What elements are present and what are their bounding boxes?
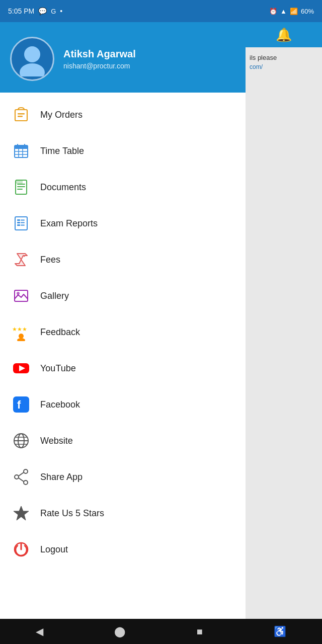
hint-text: ils please com/ (246, 47, 322, 77)
notification-bell-icon[interactable]: 🔔 (276, 27, 292, 43)
signal-icon: ▲ (280, 8, 287, 15)
right-mid-content: ils please com/ (246, 47, 322, 644)
documents-label: Documents (40, 182, 86, 193)
svg-point-40 (24, 469, 28, 473)
logout-label: Logout (40, 544, 68, 555)
svg-text:★★★: ★★★ (12, 326, 27, 332)
menu-item-fees[interactable]: Fees (0, 242, 246, 278)
time-table-label: Time Table (40, 146, 84, 156)
menu-item-facebook[interactable]: f Facebook (0, 386, 246, 423)
menu-item-youtube[interactable]: YouTube (0, 350, 246, 386)
right-panel: 🔔 ils please com/ XITH FREE Pack View 👤 … (246, 22, 322, 644)
svg-rect-17 (16, 180, 23, 184)
svg-point-29 (19, 334, 24, 339)
status-bar: 5:05 PM 💬 G • ⏰ ▲ 📶 60% (0, 0, 322, 22)
menu-item-rate-us[interactable]: Rate Us 5 Stars (0, 495, 246, 531)
menu-item-logout[interactable]: Logout (0, 531, 246, 568)
share-app-icon (12, 468, 30, 486)
time-table-icon (12, 142, 30, 160)
navigation-drawer: Atiksh Agarwal nishant@proctur.com My Or… (0, 22, 246, 644)
facebook-label: Facebook (40, 399, 80, 410)
menu-item-time-table[interactable]: Time Table (0, 133, 246, 169)
wifi-icon: 📶 (290, 8, 298, 15)
back-button[interactable]: ◀ (36, 625, 43, 637)
gallery-icon (12, 287, 30, 305)
svg-line-43 (19, 472, 24, 476)
user-email: nishant@proctur.com (63, 62, 136, 70)
website-label: Website (40, 436, 73, 446)
exam-reports-icon (12, 214, 30, 232)
whatsapp-icon: 💬 (38, 7, 47, 15)
svg-point-1 (20, 63, 45, 76)
svg-rect-21 (17, 224, 20, 226)
svg-rect-33 (13, 396, 29, 413)
feedback-icon: ★★★ (12, 323, 30, 341)
menu-item-gallery[interactable]: Gallery (0, 278, 246, 314)
share-app-label: Share App (40, 472, 83, 482)
svg-point-0 (24, 46, 40, 62)
user-name: Atiksh Agarwal (63, 48, 136, 60)
status-right: ⏰ ▲ 📶 60% (269, 8, 314, 15)
accessibility-button[interactable]: ♿ (274, 625, 286, 637)
youtube-label: YouTube (40, 363, 76, 374)
drawer-header: Atiksh Agarwal nishant@proctur.com (0, 22, 246, 93)
menu-item-share-app[interactable]: Share App (0, 459, 246, 495)
menu-list: My Orders Time Table (0, 93, 246, 644)
avatar (10, 37, 54, 81)
exam-reports-label: Exam Reports (40, 218, 98, 229)
documents-icon (12, 178, 30, 196)
fees-icon (12, 251, 30, 269)
menu-item-feedback[interactable]: ★★★ Feedback (0, 314, 246, 350)
my-orders-icon (12, 106, 30, 124)
android-nav-bar: ◀ ⬤ ■ ♿ (0, 619, 322, 644)
home-button[interactable]: ⬤ (114, 625, 125, 637)
user-info: Atiksh Agarwal nishant@proctur.com (63, 48, 136, 70)
my-orders-label: My Orders (40, 110, 83, 120)
menu-item-documents[interactable]: Documents (0, 169, 246, 205)
svg-point-41 (15, 475, 19, 479)
svg-rect-3 (18, 113, 25, 115)
feedback-label: Feedback (40, 327, 80, 338)
svg-point-30 (17, 338, 25, 341)
svg-rect-26 (15, 290, 28, 301)
svg-rect-2 (15, 110, 27, 121)
menu-item-my-orders[interactable]: My Orders (0, 97, 246, 133)
rate-us-icon (12, 504, 30, 522)
time: 5:05 PM (8, 7, 34, 15)
recents-button[interactable]: ■ (197, 626, 203, 637)
svg-marker-45 (14, 506, 29, 520)
menu-item-website[interactable]: Website (0, 423, 246, 459)
svg-rect-4 (18, 116, 23, 117)
right-top-bar: 🔔 (246, 22, 322, 47)
menu-item-exam-reports[interactable]: Exam Reports (0, 205, 246, 242)
svg-text:f: f (17, 398, 21, 411)
website-icon (12, 432, 30, 450)
svg-point-25 (24, 256, 25, 257)
alarm-icon: ⏰ (269, 8, 277, 15)
dot-indicator: • (60, 7, 62, 15)
battery-icon: 60% (301, 8, 314, 15)
svg-rect-20 (17, 222, 20, 223)
rate-us-label: Rate Us 5 Stars (40, 508, 104, 519)
svg-rect-18 (15, 217, 27, 230)
fees-label: Fees (40, 255, 60, 265)
svg-point-27 (17, 292, 20, 295)
svg-line-44 (19, 478, 24, 481)
svg-rect-6 (15, 145, 28, 149)
grammarly-icon: G (51, 8, 56, 15)
gallery-label: Gallery (40, 291, 69, 301)
logout-icon (12, 540, 30, 558)
svg-rect-19 (17, 219, 20, 221)
youtube-icon (12, 359, 30, 377)
status-left: 5:05 PM 💬 G • (8, 7, 62, 15)
svg-point-42 (24, 480, 28, 485)
facebook-icon: f (12, 395, 30, 414)
